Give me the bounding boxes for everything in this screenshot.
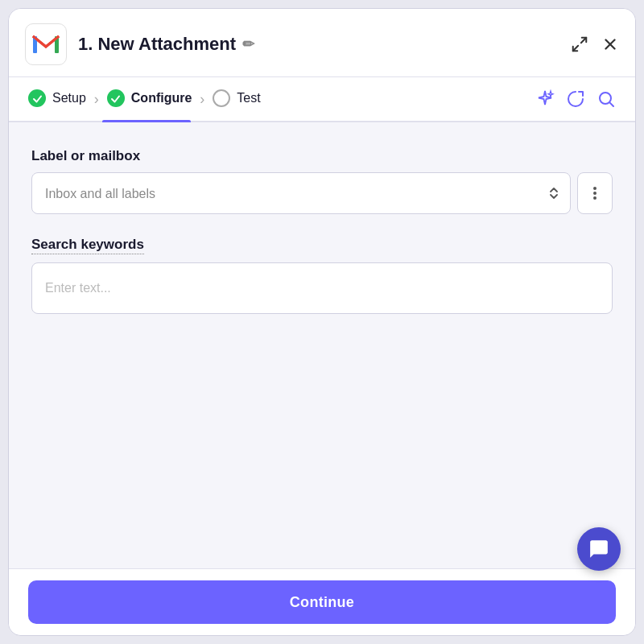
svg-point-13: [593, 192, 597, 195]
chat-bubble-button[interactable]: [577, 527, 621, 571]
header: 1. New Attachment ✏: [9, 9, 635, 77]
step-divider-1: ›: [94, 91, 99, 108]
test-label: Test: [237, 91, 260, 105]
close-button[interactable]: [601, 35, 619, 53]
label-mailbox-label: Label or mailbox: [31, 148, 613, 164]
configure-check-icon: [107, 89, 125, 107]
header-actions: [571, 35, 619, 53]
nav-icons: [535, 89, 616, 109]
step-test[interactable]: Test: [213, 89, 260, 109]
test-circle-icon: [213, 89, 230, 107]
search-config-button[interactable]: [597, 89, 616, 109]
label-mailbox-group: Label or mailbox Inbox and all labels: [31, 148, 613, 214]
configure-label: Configure: [131, 91, 192, 105]
search-keywords-input[interactable]: [31, 262, 613, 314]
steps-nav: Setup › Configure › Test: [9, 77, 635, 122]
edit-icon[interactable]: ✏: [242, 35, 254, 53]
search-keywords-label: Search keywords: [31, 237, 144, 254]
setup-label: Setup: [52, 91, 86, 105]
svg-line-11: [610, 103, 613, 106]
svg-point-12: [593, 187, 597, 190]
step-divider-2: ›: [200, 91, 204, 108]
setup-check-icon: [28, 89, 46, 107]
svg-point-14: [593, 196, 597, 200]
step-setup[interactable]: Setup: [28, 89, 86, 109]
gmail-logo: [25, 23, 67, 65]
expand-button[interactable]: [571, 35, 588, 53]
mailbox-select[interactable]: Inbox and all labels: [31, 172, 571, 214]
search-keywords-group: Search keywords: [31, 237, 613, 314]
header-title: 1. New Attachment ✏: [78, 34, 571, 55]
select-row: Inbox and all labels: [31, 172, 613, 214]
continue-button[interactable]: Continue: [28, 580, 616, 624]
svg-point-10: [600, 93, 611, 104]
footer: Continue: [9, 568, 635, 635]
configure-underline: [102, 120, 191, 122]
sparkle-button[interactable]: [535, 89, 555, 109]
modal-container: 1. New Attachment ✏: [8, 8, 636, 636]
select-wrapper: Inbox and all labels: [31, 172, 571, 214]
refresh-button[interactable]: [566, 89, 585, 109]
step-configure[interactable]: Configure: [107, 89, 192, 109]
title-text: 1. New Attachment: [78, 34, 236, 55]
main-content: Label or mailbox Inbox and all labels: [9, 122, 635, 568]
three-dots-button[interactable]: [577, 172, 613, 214]
